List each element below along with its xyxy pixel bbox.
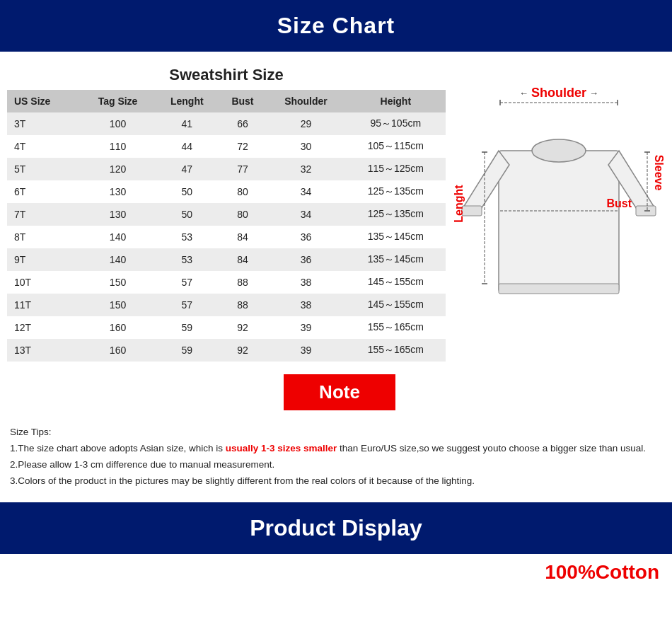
- table-cell: 84: [219, 248, 267, 271]
- table-cell: 59: [155, 316, 219, 339]
- table-cell: 50: [155, 203, 219, 226]
- table-cell: 140: [81, 226, 155, 248]
- table-cell: 125～135cm: [346, 203, 446, 226]
- table-cell: 77: [219, 158, 267, 180]
- size-table: US Size Tag Size Lenght Bust Shoulder He…: [7, 90, 446, 362]
- tips-line3: 3.Colors of the product in the pictures …: [10, 473, 662, 490]
- table-cell: 41: [155, 112, 219, 135]
- table-cell: 145～155cm: [346, 294, 446, 316]
- table-cell: 130: [81, 180, 155, 203]
- table-cell: 13T: [7, 339, 81, 362]
- table-cell: 88: [219, 271, 267, 294]
- table-cell: 100: [81, 112, 155, 135]
- col-lenght: Lenght: [155, 90, 219, 112]
- table-cell: 95～105cm: [346, 112, 446, 135]
- product-display-title: Product Display: [250, 515, 422, 541]
- svg-rect-4: [499, 284, 619, 294]
- table-cell: 125～135cm: [346, 180, 446, 203]
- tips-highlight: usually 1-3 sizes smaller: [226, 443, 337, 453]
- table-cell: 80: [219, 203, 267, 226]
- table-cell: 160: [81, 339, 155, 362]
- table-cell: 7T: [7, 203, 81, 226]
- table-cell: 135～145cm: [346, 248, 446, 271]
- table-cell: 50: [155, 180, 219, 203]
- svg-point-1: [532, 139, 586, 162]
- tips-line1-start: 1.The size chart above adopts Asian size…: [10, 443, 226, 453]
- col-bust: Bust: [219, 90, 267, 112]
- table-cell: 38: [266, 271, 345, 294]
- main-content: Sweatshirt Size US Size Tag Size Lenght …: [0, 52, 672, 362]
- table-cell: 9T: [7, 248, 81, 271]
- table-cell: 140: [81, 248, 155, 271]
- col-tag-size: Tag Size: [81, 90, 155, 112]
- sleeve-label: Sleeve: [653, 154, 666, 190]
- table-cell: 6T: [7, 180, 81, 203]
- table-cell: 80: [219, 180, 267, 203]
- header-title: Size Chart: [277, 13, 395, 38]
- tips-section: Size Tips: 1.The size chart above adopts…: [0, 417, 672, 497]
- svg-rect-0: [499, 151, 619, 292]
- table-cell: 8T: [7, 226, 81, 248]
- table-cell: 120: [81, 158, 155, 180]
- note-section: Note: [0, 374, 672, 410]
- table-cell: 34: [266, 203, 345, 226]
- note-button[interactable]: Note: [284, 374, 395, 410]
- table-cell: 34: [266, 180, 345, 203]
- tips-line2: 2.Please allow 1-3 cm difference due to …: [10, 457, 662, 473]
- cotton-label: 100%Cotton: [0, 554, 672, 588]
- table-cell: 39: [266, 316, 345, 339]
- table-row: 9T140538436135～145cm: [7, 248, 446, 271]
- sweatshirt-diagram: ← Shoulder →: [456, 80, 661, 306]
- table-cell: 44: [155, 135, 219, 158]
- table-cell: 84: [219, 226, 267, 248]
- table-cell: 32: [266, 158, 345, 180]
- table-cell: 155～165cm: [346, 316, 446, 339]
- table-cell: 57: [155, 271, 219, 294]
- length-label: Lenght: [453, 185, 465, 223]
- table-cell: 53: [155, 226, 219, 248]
- col-shoulder: Shoulder: [266, 90, 345, 112]
- table-row: 4T110447230105～115cm: [7, 135, 446, 158]
- table-cell: 150: [81, 271, 155, 294]
- table-row: 8T140538436135～145cm: [7, 226, 446, 248]
- footer-banner: Product Display: [0, 502, 672, 554]
- table-cell: 130: [81, 203, 155, 226]
- table-row: 3T10041662995～105cm: [7, 112, 446, 135]
- table-row: 11T150578838145～155cm: [7, 294, 446, 316]
- col-us-size: US Size: [7, 90, 81, 112]
- diagram-section: ← Shoulder →: [453, 59, 665, 362]
- table-cell: 10T: [7, 271, 81, 294]
- shoulder-label: Shoulder: [531, 86, 586, 100]
- table-cell: 53: [155, 248, 219, 271]
- table-cell: 36: [266, 248, 345, 271]
- shoulder-label-container: ← Shoulder →: [519, 86, 598, 100]
- table-cell: 155～165cm: [346, 339, 446, 362]
- table-cell: 30: [266, 135, 345, 158]
- table-header-row: US Size Tag Size Lenght Bust Shoulder He…: [7, 90, 446, 112]
- table-row: 13T160599239155～165cm: [7, 339, 446, 362]
- table-row: 10T150578838145～155cm: [7, 271, 446, 294]
- table-cell: 72: [219, 135, 267, 158]
- table-row: 12T160599239155～165cm: [7, 316, 446, 339]
- table-cell: 160: [81, 316, 155, 339]
- table-cell: 38: [266, 294, 345, 316]
- table-row: 7T130508034125～135cm: [7, 203, 446, 226]
- table-cell: 110: [81, 135, 155, 158]
- table-cell: 29: [266, 112, 345, 135]
- table-cell: 150: [81, 294, 155, 316]
- table-cell: 36: [266, 226, 345, 248]
- tips-line1-end: than Euro/US size,so we suggest youto ch…: [337, 443, 646, 453]
- table-cell: 39: [266, 339, 345, 362]
- table-cell: 57: [155, 294, 219, 316]
- table-cell: 4T: [7, 135, 81, 158]
- tips-line1: 1.The size chart above adopts Asian size…: [10, 441, 662, 457]
- table-cell: 11T: [7, 294, 81, 316]
- bust-label: Bust: [606, 197, 632, 210]
- table-cell: 105～115cm: [346, 135, 446, 158]
- table-cell: 115～125cm: [346, 158, 446, 180]
- table-cell: 66: [219, 112, 267, 135]
- table-cell: 12T: [7, 316, 81, 339]
- table-section: Sweatshirt Size US Size Tag Size Lenght …: [7, 59, 446, 362]
- table-cell: 5T: [7, 158, 81, 180]
- table-cell: 59: [155, 339, 219, 362]
